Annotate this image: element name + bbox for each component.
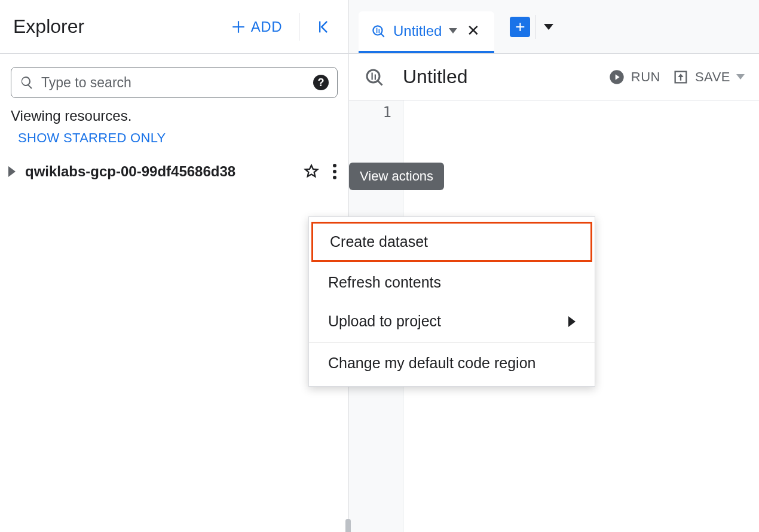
- show-starred-link[interactable]: SHOW STARRED ONLY: [0, 127, 348, 154]
- svg-rect-1: [377, 27, 378, 33]
- search-box[interactable]: ?: [11, 67, 338, 98]
- menu-create-dataset[interactable]: Create dataset: [311, 222, 592, 262]
- collapse-left-icon: [315, 19, 332, 35]
- tab-dropdown-caret-icon[interactable]: [449, 28, 457, 33]
- save-button[interactable]: SAVE: [672, 69, 745, 85]
- save-dropdown-caret-icon: [736, 74, 745, 80]
- divider: [299, 13, 299, 41]
- new-tab-dropdown-icon[interactable]: [544, 24, 553, 30]
- close-tab-button[interactable]: ✕: [464, 22, 482, 40]
- menu-item-label: Refresh contents: [328, 274, 441, 291]
- scrollbar-thumb[interactable]: [345, 519, 351, 532]
- tab-strip: Untitled ✕ +: [349, 0, 759, 54]
- svg-rect-5: [375, 74, 376, 80]
- save-label: SAVE: [695, 69, 730, 85]
- search-icon: [20, 75, 34, 90]
- editor-tab[interactable]: Untitled ✕: [359, 11, 494, 53]
- run-label: RUN: [631, 69, 660, 85]
- project-row[interactable]: qwiklabs-gcp-00-99df45686d38: [0, 154, 348, 189]
- query-icon: [363, 66, 385, 88]
- star-icon[interactable]: [303, 163, 320, 180]
- menu-change-region[interactable]: Change my default code region: [311, 345, 592, 381]
- tab-label: Untitled: [393, 23, 442, 39]
- line-number: 1: [349, 103, 403, 122]
- menu-item-label: Create dataset: [330, 233, 428, 250]
- editor-title: Untitled: [403, 66, 596, 88]
- svg-point-3: [367, 70, 380, 82]
- menu-item-label: Change my default code region: [328, 354, 535, 372]
- query-icon: [371, 23, 386, 39]
- explorer-header: Explorer ADD: [0, 0, 348, 54]
- explorer-panel: Explorer ADD ? Viewing resources. SHOW S…: [0, 0, 349, 532]
- project-name[interactable]: qwiklabs-gcp-00-99df45686d38: [25, 163, 293, 180]
- expand-caret-icon[interactable]: [8, 166, 16, 177]
- viewing-status: Viewing resources.: [0, 102, 348, 127]
- project-context-menu: Create dataset Refresh contents Upload t…: [308, 216, 595, 387]
- search-container: ?: [0, 54, 348, 102]
- add-button-label: ADD: [251, 19, 282, 35]
- save-icon: [672, 69, 689, 85]
- more-actions-button[interactable]: [329, 160, 340, 183]
- play-icon: [608, 69, 625, 85]
- divider: [535, 15, 535, 39]
- submenu-caret-icon: [568, 316, 576, 327]
- new-tab-controls: +: [510, 15, 553, 39]
- svg-rect-2: [379, 29, 380, 33]
- run-button[interactable]: RUN: [608, 69, 660, 85]
- svg-rect-4: [372, 72, 373, 80]
- menu-item-label: Upload to project: [328, 313, 441, 330]
- new-tab-button[interactable]: +: [510, 17, 530, 37]
- search-input[interactable]: [40, 74, 307, 91]
- editor-action-bar: Untitled RUN SAVE: [349, 54, 759, 100]
- menu-upload-to-project[interactable]: Upload to project: [311, 303, 592, 340]
- collapse-panel-button[interactable]: [309, 14, 338, 40]
- explorer-title: Explorer: [13, 16, 218, 38]
- add-button[interactable]: ADD: [224, 14, 289, 40]
- plus-icon: [231, 19, 246, 35]
- menu-divider: [309, 342, 595, 343]
- menu-refresh-contents[interactable]: Refresh contents: [311, 264, 592, 301]
- svg-point-0: [373, 26, 382, 35]
- help-icon[interactable]: ?: [313, 75, 329, 90]
